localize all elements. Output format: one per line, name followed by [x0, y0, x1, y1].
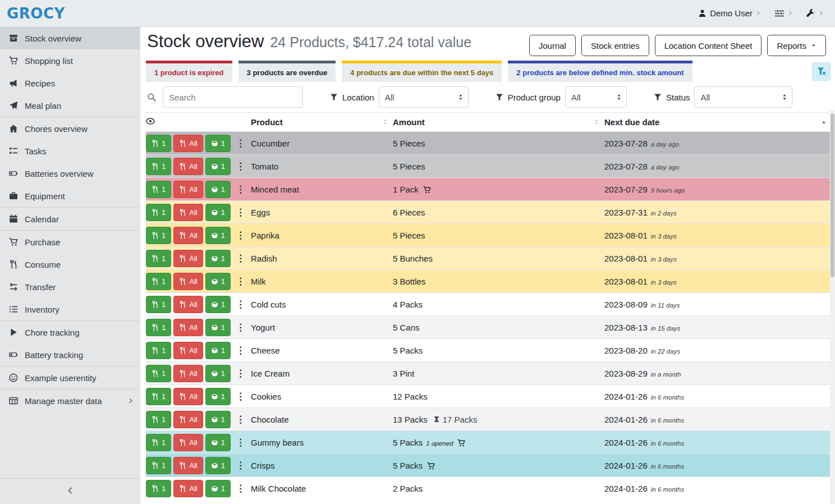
consume-all-button[interactable]: All — [173, 204, 203, 221]
row-menu-icon[interactable]: ⋮ — [233, 277, 248, 286]
open-one-button[interactable]: 1 — [205, 480, 231, 497]
consume-one-button[interactable]: 1 — [146, 342, 171, 359]
consume-one-button[interactable]: 1 — [146, 204, 171, 221]
sidebar-item-batteries-overview[interactable]: Batteries overview — [0, 162, 140, 185]
consume-one-button[interactable]: 1 — [146, 296, 171, 313]
column-header-product[interactable]: Product — [251, 113, 393, 132]
eye-icon[interactable] — [146, 117, 155, 126]
consume-all-button[interactable]: All — [173, 319, 203, 336]
scrollbar-thumb[interactable] — [831, 113, 834, 277]
open-one-button[interactable]: 1 — [205, 342, 231, 359]
sidebar-item-equipment[interactable]: Equipment — [0, 185, 140, 207]
row-menu-icon[interactable]: ⋮ — [233, 323, 248, 332]
status-filter-due-soon[interactable]: 4 products are due within the next 5 day… — [342, 61, 502, 82]
open-one-button[interactable]: 1 — [205, 250, 231, 267]
consume-one-button[interactable]: 1 — [146, 365, 171, 382]
product-group-select[interactable]: All — [565, 86, 627, 108]
column-header-amount[interactable]: Amount — [393, 113, 604, 132]
clear-filters-button[interactable] — [812, 62, 831, 81]
search-input[interactable] — [163, 86, 303, 108]
sidebar-item-transfer[interactable]: Transfer — [0, 276, 140, 298]
consume-one-button[interactable]: 1 — [146, 480, 171, 497]
open-one-button[interactable]: 1 — [205, 296, 231, 313]
settings-menu[interactable] — [774, 8, 793, 19]
open-one-button[interactable]: 1 — [205, 273, 231, 290]
consume-all-button[interactable]: All — [173, 181, 203, 198]
consume-one-button[interactable]: 1 — [146, 135, 171, 152]
row-menu-icon[interactable]: ⋮ — [233, 254, 248, 263]
consume-all-button[interactable]: All — [173, 296, 203, 313]
location-content-sheet-button[interactable]: Location Content Sheet — [655, 35, 762, 56]
open-one-button[interactable]: 1 — [205, 158, 231, 175]
consume-all-button[interactable]: All — [173, 457, 203, 474]
row-menu-icon[interactable]: ⋮ — [233, 231, 248, 240]
consume-one-button[interactable]: 1 — [146, 388, 171, 405]
consume-one-button[interactable]: 1 — [146, 319, 171, 336]
sidebar-item-purchase[interactable]: Purchase — [0, 231, 140, 253]
open-one-button[interactable]: 1 — [205, 434, 231, 451]
consume-one-button[interactable]: 1 — [146, 273, 171, 290]
sidebar-item-manage-master-data[interactable]: Manage master data — [0, 390, 140, 412]
row-menu-icon[interactable]: ⋮ — [233, 461, 248, 470]
consume-all-button[interactable]: All — [173, 365, 203, 382]
grocy-logo[interactable]: GROCY — [7, 5, 65, 22]
sidebar-item-chores-overview[interactable]: Chores overview — [0, 117, 140, 140]
open-one-button[interactable]: 1 — [205, 365, 231, 382]
sidebar-item-tasks[interactable]: Tasks — [0, 140, 140, 162]
row-menu-icon[interactable]: ⋮ — [233, 139, 248, 148]
consume-all-button[interactable]: All — [173, 411, 203, 428]
stock-entries-button[interactable]: Stock entries — [581, 35, 649, 56]
open-one-button[interactable]: 1 — [205, 319, 231, 336]
open-one-button[interactable]: 1 — [205, 204, 231, 221]
open-one-button[interactable]: 1 — [205, 388, 231, 405]
status-filter-overdue[interactable]: 3 products are overdue — [238, 61, 336, 82]
sidebar-item-recipes[interactable]: Recipes — [0, 72, 140, 94]
open-one-button[interactable]: 1 — [205, 181, 231, 198]
sidebar-item-example-userentity[interactable]: Example userentity — [0, 366, 140, 389]
row-menu-icon[interactable]: ⋮ — [233, 415, 248, 424]
row-menu-icon[interactable]: ⋮ — [233, 162, 248, 171]
consume-one-button[interactable]: 1 — [146, 250, 171, 267]
open-one-button[interactable]: 1 — [205, 135, 231, 152]
sidebar-item-meal-plan[interactable]: Meal plan — [0, 94, 140, 117]
row-menu-icon[interactable]: ⋮ — [233, 484, 248, 493]
sidebar-item-consume[interactable]: Consume — [0, 253, 140, 276]
row-menu-icon[interactable]: ⋮ — [233, 438, 248, 447]
consume-all-button[interactable]: All — [173, 135, 203, 152]
row-menu-icon[interactable]: ⋮ — [233, 300, 248, 309]
consume-one-button[interactable]: 1 — [146, 457, 171, 474]
reports-button[interactable]: Reports — [767, 35, 826, 56]
sidebar-item-chore-tracking[interactable]: Chore tracking — [0, 321, 140, 343]
status-filter-expired[interactable]: 1 product is expired — [146, 61, 232, 82]
consume-one-button[interactable]: 1 — [146, 181, 171, 198]
consume-one-button[interactable]: 1 — [146, 411, 171, 428]
sidebar-item-stock-overview[interactable]: Stock overview — [0, 27, 140, 49]
column-header-next-due-date[interactable]: Next due date — [604, 113, 832, 132]
consume-all-button[interactable]: All — [173, 342, 203, 359]
sidebar-item-calendar[interactable]: Calendar — [0, 208, 140, 230]
consume-all-button[interactable]: All — [173, 227, 203, 244]
consume-one-button[interactable]: 1 — [146, 227, 171, 244]
consume-all-button[interactable]: All — [173, 250, 203, 267]
user-menu[interactable]: Demo User — [698, 8, 761, 18]
consume-all-button[interactable]: All — [173, 388, 203, 405]
consume-all-button[interactable]: All — [173, 434, 203, 451]
sidebar-item-battery-tracking[interactable]: Battery tracking — [0, 343, 140, 366]
open-one-button[interactable]: 1 — [205, 457, 231, 474]
consume-all-button[interactable]: All — [173, 273, 203, 290]
open-one-button[interactable]: 1 — [205, 411, 231, 428]
open-one-button[interactable]: 1 — [205, 227, 231, 244]
sidebar-collapse-button[interactable] — [0, 478, 140, 504]
row-menu-icon[interactable]: ⋮ — [233, 185, 248, 194]
status-select[interactable]: All — [694, 86, 792, 108]
sidebar-item-shopping-list[interactable]: Shopping list — [0, 49, 140, 72]
consume-all-button[interactable]: All — [173, 480, 203, 497]
admin-menu[interactable] — [806, 9, 824, 18]
consume-all-button[interactable]: All — [173, 158, 203, 175]
row-menu-icon[interactable]: ⋮ — [233, 392, 248, 401]
location-select[interactable]: All — [379, 86, 469, 108]
consume-one-button[interactable]: 1 — [146, 158, 171, 175]
consume-one-button[interactable]: 1 — [146, 434, 171, 451]
row-menu-icon[interactable]: ⋮ — [233, 208, 248, 217]
row-menu-icon[interactable]: ⋮ — [233, 369, 248, 378]
